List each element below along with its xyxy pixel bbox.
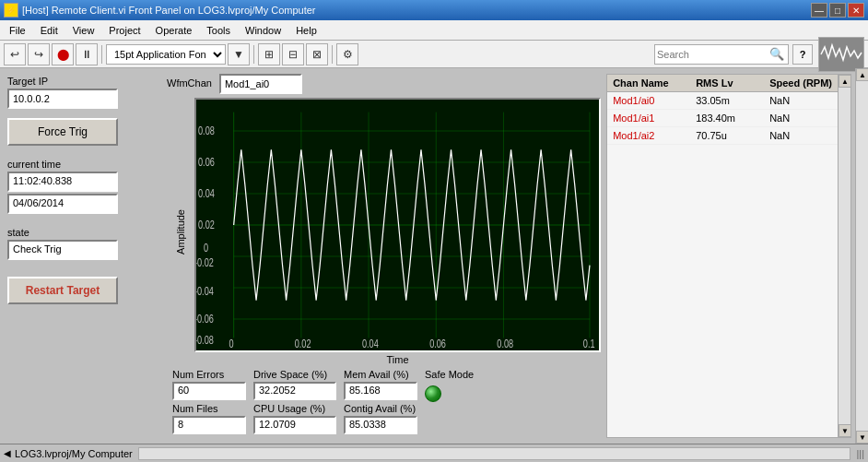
channel-table: Chan Name RMS Lv Speed (RPM) Mod1/ai0 33… <box>607 75 838 437</box>
svg-text:0.08: 0.08 <box>198 124 215 137</box>
contig-avail-label: Contig Avail (%) <box>344 403 417 414</box>
menu-file[interactable]: File <box>2 23 33 38</box>
table-row: Mod1/ai0 33.05m NaN <box>607 92 838 110</box>
safe-mode-group: Safe Mode <box>425 369 474 402</box>
cell-rms-2: 70.75u <box>696 130 769 141</box>
table-header: Chan Name RMS Lv Speed (RPM) <box>607 75 838 92</box>
separator-1 <box>101 45 102 64</box>
svg-text:0.02: 0.02 <box>295 338 311 350</box>
col-chan-name: Chan Name <box>613 77 696 89</box>
cpu-usage-value: 12.0709 <box>253 416 336 434</box>
num-errors-value: 60 <box>172 382 246 400</box>
drive-space-label: Drive Space (%) <box>253 369 336 380</box>
thumbnail-preview <box>818 37 864 72</box>
contig-avail-value: 85.0338 <box>344 416 417 434</box>
abort-button[interactable]: ⬤ <box>52 43 74 65</box>
svg-text:0.1: 0.1 <box>583 338 595 350</box>
scroll-up-btn[interactable]: ▲ <box>839 75 851 88</box>
help-button[interactable]: ? <box>792 44 813 65</box>
y-axis-label: Amplitude <box>175 209 186 255</box>
window-icon: ⚡ <box>4 3 18 18</box>
svg-text:-0.02: -0.02 <box>196 256 214 269</box>
menu-project[interactable]: Project <box>101 23 147 38</box>
minimize-button[interactable]: — <box>811 3 827 18</box>
wfm-chan-input[interactable] <box>219 74 302 94</box>
center-panel: WfmChan Amplitude <box>161 68 606 444</box>
font-size-btn[interactable]: ▼ <box>228 43 250 65</box>
cell-chan-2: Mod1/ai2 <box>613 130 696 141</box>
num-errors-label: Num Errors <box>172 369 246 380</box>
menu-help[interactable]: Help <box>288 23 324 38</box>
scroll-track <box>839 88 850 424</box>
distribute-btn[interactable]: ⊟ <box>282 43 304 65</box>
num-files-item: Num Files 8 <box>172 403 246 434</box>
safe-mode-label: Safe Mode <box>425 369 474 380</box>
menu-tools[interactable]: Tools <box>199 23 238 38</box>
status-bar: ◀ LOG3.lvproj/My Computer ||| <box>0 444 868 462</box>
separator-2 <box>253 45 254 64</box>
target-ip-section: Target IP <box>7 76 154 109</box>
waveform-graph[interactable]: 0.08 0.06 0.04 0.02 0 -0.02 -0.04 -0.06 … <box>194 98 601 352</box>
status-scroll-left[interactable]: ◀ <box>4 448 11 458</box>
col-speed-rpm: Speed (RPM) <box>769 77 832 89</box>
state-section: state Check Trig <box>7 227 154 260</box>
menu-operate[interactable]: Operate <box>148 23 200 38</box>
restart-section: Restart Target <box>7 277 154 304</box>
current-date-value: 04/06/2014 <box>7 194 118 214</box>
drive-cpu-group: Drive Space (%) 32.2052 CPU Usage (%) 12… <box>253 369 336 434</box>
col-rms-lv: RMS Lv <box>696 77 769 89</box>
state-value: Check Trig <box>7 240 118 260</box>
search-input[interactable] <box>657 49 768 60</box>
search-icon[interactable]: 🔍 <box>768 47 786 61</box>
force-trig-button[interactable]: Force Trig <box>7 118 118 146</box>
safe-mode-led <box>425 385 441 402</box>
mem-avail-value: 85.168 <box>344 382 417 400</box>
svg-text:0.08: 0.08 <box>497 338 513 350</box>
current-time-value: 11:02:40.838 <box>7 172 118 192</box>
cell-speed-0: NaN <box>769 95 832 106</box>
resize-btn[interactable]: ⊠ <box>306 43 328 65</box>
table-row: Mod1/ai2 70.75u NaN <box>607 127 838 145</box>
target-ip-input[interactable] <box>7 89 118 109</box>
mem-contig-group: Mem Avail (%) 85.168 Contig Avail (%) 85… <box>344 369 417 434</box>
menu-bar: File Edit View Project Operate Tools Win… <box>0 20 868 41</box>
wfm-chan-label: WfmChan <box>167 77 212 89</box>
current-time-section: current time 11:02:40.838 04/06/2014 <box>7 159 154 214</box>
tools-btn[interactable]: ⚙ <box>336 43 358 65</box>
close-button[interactable]: ✕ <box>848 3 864 18</box>
back-button[interactable]: ↩ <box>4 43 26 65</box>
main-scroll-up[interactable]: ▲ <box>856 68 868 81</box>
left-panel: Target IP Force Trig current time 11:02:… <box>0 68 161 444</box>
horizontal-scrollbar[interactable] <box>138 447 851 460</box>
svg-text:0.06: 0.06 <box>429 338 446 350</box>
mem-avail-item: Mem Avail (%) 85.168 <box>344 369 417 400</box>
scroll-down-btn[interactable]: ▼ <box>839 424 851 437</box>
main-scroll-down[interactable]: ▼ <box>856 431 868 444</box>
restart-target-button[interactable]: Restart Target <box>7 277 118 304</box>
main-scrollbar[interactable]: ▲ ▼ <box>855 68 868 444</box>
num-errors-item: Num Errors 60 <box>172 369 246 400</box>
target-ip-label: Target IP <box>7 76 154 87</box>
graph-with-xaxis: 0.08 0.06 0.04 0.02 0 -0.02 -0.04 -0.06 … <box>194 98 601 365</box>
menu-edit[interactable]: Edit <box>33 23 65 38</box>
svg-text:0.02: 0.02 <box>198 219 215 231</box>
menu-window[interactable]: Window <box>238 23 288 38</box>
right-panel: Chan Name RMS Lv Speed (RPM) Mod1/ai0 33… <box>606 74 851 438</box>
svg-text:-0.06: -0.06 <box>196 313 214 326</box>
forward-button[interactable]: ↪ <box>28 43 50 65</box>
title-bar: ⚡ [Host] Remote Client.vi Front Panel on… <box>0 0 868 20</box>
window-controls: — □ ✕ <box>811 3 864 18</box>
svg-text:0.06: 0.06 <box>198 156 215 169</box>
align-btn[interactable]: ⊞ <box>258 43 280 65</box>
separator-3 <box>332 45 333 64</box>
maximize-button[interactable]: □ <box>829 3 846 18</box>
mem-avail-label: Mem Avail (%) <box>344 369 417 380</box>
pause-button[interactable]: ⏸ <box>76 43 98 65</box>
table-scrollbar[interactable]: ▲ ▼ <box>838 75 850 437</box>
font-selector[interactable]: 15pt Application Font <box>106 44 226 65</box>
wfm-chan-row: WfmChan <box>167 74 601 94</box>
table-row: Mod1/ai1 183.40m NaN <box>607 110 838 127</box>
menu-view[interactable]: View <box>65 23 102 38</box>
x-axis-label: Time <box>194 354 601 365</box>
num-files-label: Num Files <box>172 403 246 414</box>
